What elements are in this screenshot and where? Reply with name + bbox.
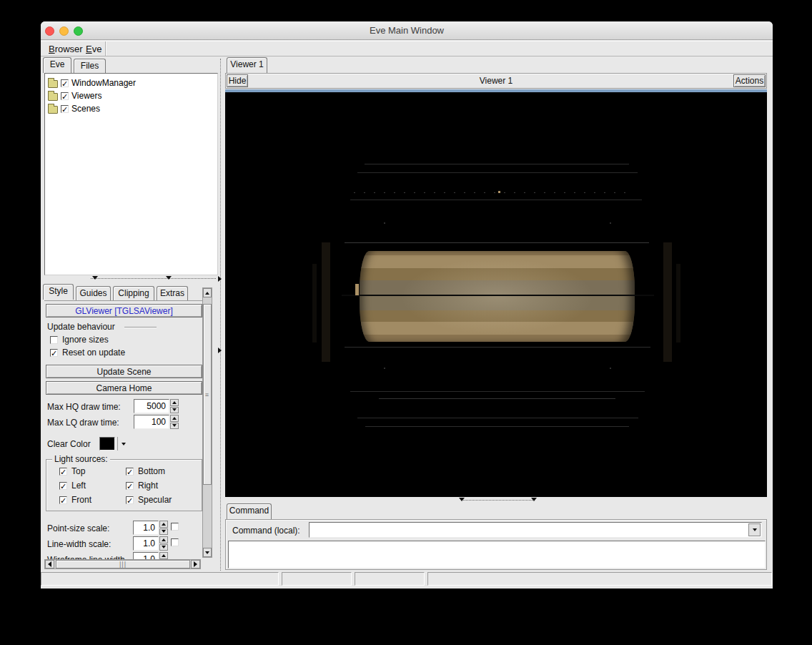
tab-guides[interactable]: Guides (76, 286, 111, 300)
checkbox[interactable]: ✓ (59, 482, 67, 490)
scroll-thumb[interactable]: ||| (56, 560, 190, 568)
gl-viewport[interactable] (225, 92, 767, 497)
command-input[interactable] (309, 522, 762, 538)
checkbox[interactable] (171, 523, 179, 531)
scroll-down-icon[interactable] (203, 548, 212, 557)
line-width-stepper[interactable] (159, 536, 168, 551)
geometry-line (345, 347, 650, 348)
tab-viewer-1[interactable]: Viewer 1 (227, 57, 267, 73)
actions-button[interactable]: Actions (733, 74, 766, 87)
checkbox[interactable]: ✓ (126, 496, 134, 504)
checkbox[interactable]: ✓ (61, 79, 69, 87)
divider (124, 327, 157, 328)
chevron-down-icon[interactable] (92, 276, 98, 280)
checkbox[interactable]: ✓ (59, 496, 67, 504)
checkbox[interactable] (171, 538, 179, 546)
tab-extras[interactable]: Extras (157, 286, 188, 300)
tree-item-label[interactable]: Viewers (71, 91, 102, 101)
chevron-right-icon[interactable] (218, 348, 222, 353)
tree-item-viewers[interactable]: ✓ Viewers (48, 89, 102, 102)
camera-home-button[interactable]: Camera Home (46, 381, 202, 395)
status-section-1 (41, 572, 279, 586)
checkbox[interactable]: ✓ (126, 468, 134, 476)
max-hq-input[interactable]: 5000 (134, 399, 169, 413)
spin-down-icon[interactable] (170, 407, 179, 414)
spin-down-icon[interactable] (159, 544, 168, 551)
light-sources-title: Light sources: (52, 454, 110, 464)
tab-files[interactable]: Files (74, 59, 106, 73)
checkbox[interactable]: ✓ (61, 105, 69, 113)
wireframe-input[interactable]: 1.0 (133, 552, 159, 559)
panel-splitter[interactable] (220, 59, 221, 571)
update-scene-button[interactable]: Update Scene (46, 365, 202, 378)
geometry-line (312, 264, 317, 343)
tree-item-windowmanager[interactable]: ✓ WindowManager (48, 77, 136, 89)
clear-color-dropdown[interactable] (117, 437, 129, 450)
geometry-line (354, 192, 633, 193)
spin-up-icon[interactable] (159, 521, 168, 528)
geometry-line (357, 172, 638, 173)
tree-item-label[interactable]: WindowManager (71, 78, 136, 88)
line-width-label: Line-width scale: (47, 539, 111, 549)
scroll-thumb[interactable]: ≡ (203, 304, 212, 485)
point-size-stepper[interactable] (159, 521, 168, 535)
scroll-left-icon[interactable] (45, 560, 54, 568)
eve-tree: ✓ WindowManager ✓ Viewers ✓ Scenes (44, 73, 218, 275)
max-lq-stepper[interactable] (170, 415, 179, 429)
menu-browser[interactable]: Browser (46, 43, 85, 55)
spin-down-icon[interactable] (170, 423, 179, 430)
folder-icon (48, 80, 58, 88)
chevron-down-icon[interactable] (459, 498, 465, 501)
light-specular: ✓Specular (126, 495, 172, 505)
scroll-right-icon[interactable] (191, 560, 200, 568)
checkbox[interactable] (50, 336, 58, 344)
clear-color-swatch[interactable] (99, 437, 115, 450)
window-title: Eve Main Window (41, 25, 773, 36)
glviewer-button[interactable]: GLViewer [TGLSAViewer] (46, 304, 202, 317)
geometry-dot (355, 284, 359, 295)
spin-up-icon[interactable] (170, 399, 179, 406)
checkbox-label: Ignore sizes (62, 335, 109, 345)
spin-up-icon[interactable] (159, 552, 168, 559)
max-lq-input[interactable]: 100 (134, 415, 169, 429)
editor-hscrollbar[interactable]: ||| (44, 559, 201, 569)
command-output[interactable] (228, 541, 766, 568)
scroll-up-icon[interactable] (203, 288, 212, 297)
tab-clipping[interactable]: Clipping (113, 286, 154, 300)
max-lq-label: Max LQ draw time: (47, 418, 119, 428)
eve-main-window: Eve Main Window Browser Eve Eve Files ✓ … (41, 21, 773, 589)
folder-icon (48, 93, 58, 101)
status-section-2 (282, 572, 352, 586)
chevron-down-icon[interactable] (531, 498, 537, 501)
tab-eve[interactable]: Eve (43, 57, 71, 73)
tab-command[interactable]: Command (227, 503, 272, 519)
checkbox[interactable]: ✓ (61, 92, 69, 100)
checkbox[interactable]: ✓ (126, 482, 134, 490)
viewer-command-splitter[interactable] (461, 500, 533, 501)
tree-item-scenes[interactable]: ✓ Scenes (48, 102, 100, 115)
tab-style[interactable]: Style (43, 284, 74, 300)
point-size-label: Point-size scale: (47, 523, 109, 533)
geometry-line (322, 242, 330, 362)
spin-up-icon[interactable] (170, 415, 179, 422)
line-width-input[interactable]: 1.0 (133, 536, 159, 551)
point-size-input[interactable]: 1.0 (133, 521, 159, 535)
title-bar[interactable]: Eve Main Window (41, 21, 773, 40)
spin-down-icon[interactable] (159, 528, 168, 536)
combo-dropdown-button[interactable] (748, 523, 761, 536)
tree-item-label[interactable]: Scenes (71, 104, 100, 114)
max-hq-stepper[interactable] (170, 399, 179, 413)
wireframe-stepper[interactable] (159, 552, 168, 559)
chevron-down-icon[interactable] (166, 276, 172, 280)
geometry-dot (610, 368, 611, 369)
spin-up-icon[interactable] (159, 536, 168, 543)
checkbox[interactable]: ✓ (50, 349, 58, 357)
menu-eve[interactable]: Eve (84, 43, 104, 55)
light-left: ✓Left (59, 481, 86, 491)
tree-editor-splitter[interactable] (91, 278, 216, 279)
geometry-line (342, 295, 654, 296)
geometry-line (365, 164, 629, 164)
checkbox[interactable]: ✓ (59, 468, 67, 476)
editor-vscrollbar[interactable]: ≡ (202, 287, 212, 558)
chevron-right-icon[interactable] (218, 276, 222, 282)
